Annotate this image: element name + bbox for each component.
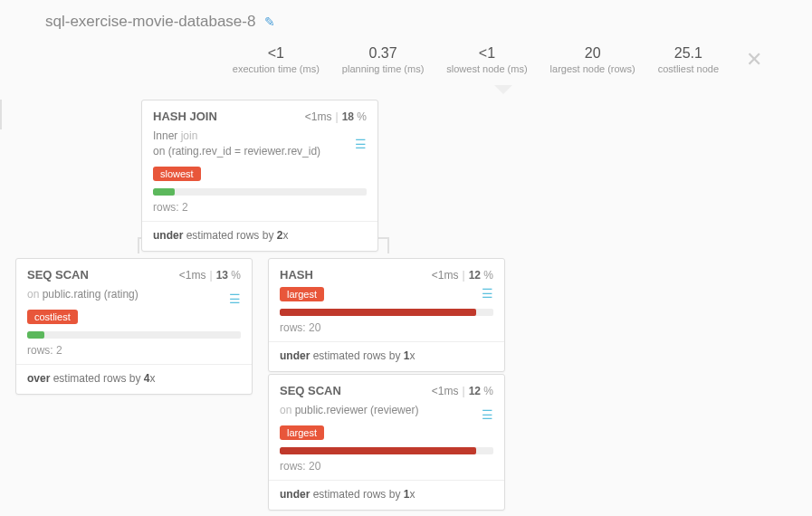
edit-icon[interactable]: ✎ bbox=[264, 14, 275, 29]
rows-count: rows: 2 bbox=[153, 201, 367, 214]
database-icon[interactable]: ☰ bbox=[355, 137, 367, 151]
node-title: SEQ SCAN bbox=[280, 384, 341, 397]
node-title: HASH JOIN bbox=[153, 110, 217, 123]
connector bbox=[0, 116, 2, 129]
database-icon[interactable]: ☰ bbox=[482, 286, 493, 301]
stat-value: 20 bbox=[550, 45, 635, 62]
tag-largest: largest bbox=[280, 287, 324, 301]
page-title: sql-exercise-movie-database-8 ✎ bbox=[45, 13, 275, 31]
node-title: SEQ SCAN bbox=[27, 268, 89, 282]
usage-bar bbox=[280, 447, 493, 454]
stat-label: execution time (ms) bbox=[233, 63, 320, 74]
tag-largest: largest bbox=[280, 425, 324, 440]
usage-bar bbox=[27, 331, 241, 339]
rows-count: rows: 20 bbox=[280, 321, 493, 334]
chevron-down-icon bbox=[494, 85, 512, 94]
stat-label: largest node (rows) bbox=[550, 63, 635, 74]
usage-bar bbox=[153, 188, 367, 196]
plan-name: sql-exercise-movie-database-8 bbox=[45, 13, 255, 31]
node-hash[interactable]: HASH <1ms|12 % ☰ largest rows: 20 under … bbox=[268, 258, 505, 372]
usage-bar-fill bbox=[27, 331, 44, 339]
estimate-info: under estimated rows by 2x bbox=[153, 229, 367, 242]
node-seq-scan-rating[interactable]: SEQ SCAN <1ms|13 % on public.rating (rat… bbox=[15, 258, 253, 395]
node-hash-join[interactable]: HASH JOIN <1ms|18 % Inner join on (ratin… bbox=[141, 100, 378, 252]
stat-value: <1 bbox=[233, 45, 320, 62]
usage-bar-fill bbox=[280, 447, 476, 454]
stat-exec-time: <1 execution time (ms) bbox=[233, 45, 320, 74]
close-icon[interactable]: ✕ bbox=[746, 48, 762, 72]
stat-value: <1 bbox=[446, 45, 527, 62]
tag-slowest: slowest bbox=[153, 167, 201, 181]
node-title: HASH bbox=[280, 268, 313, 282]
stat-largest: 20 largest node (rows) bbox=[550, 45, 635, 74]
node-detail: Inner join on (rating.rev_id = reviewer.… bbox=[153, 129, 367, 159]
node-meta: <1ms|13 % bbox=[179, 269, 241, 282]
node-meta: <1ms|18 % bbox=[305, 110, 367, 123]
node-meta: <1ms|12 % bbox=[432, 269, 493, 282]
node-detail: on public.rating (rating) bbox=[27, 287, 241, 302]
stat-label: slowest node (ms) bbox=[446, 63, 527, 74]
usage-bar-fill bbox=[280, 309, 476, 316]
stat-plan-time: 0.37 planning time (ms) bbox=[342, 45, 424, 74]
node-meta: <1ms|12 % bbox=[432, 385, 493, 397]
estimate-info: under estimated rows by 1x bbox=[280, 488, 493, 501]
stat-slowest: <1 slowest node (ms) bbox=[446, 45, 527, 74]
node-seq-scan-reviewer[interactable]: SEQ SCAN <1ms|12 % on public.reviewer (r… bbox=[268, 374, 505, 511]
stat-label: costliest node bbox=[658, 63, 719, 74]
stat-value: 25.1 bbox=[658, 45, 719, 62]
node-detail: on public.reviewer (reviewer) bbox=[280, 403, 493, 418]
connector bbox=[0, 100, 2, 116]
rows-count: rows: 2 bbox=[27, 344, 241, 357]
usage-bar bbox=[280, 309, 493, 316]
estimate-info: over estimated rows by 4x bbox=[27, 372, 241, 385]
rows-count: rows: 20 bbox=[280, 460, 493, 473]
tag-costliest: costliest bbox=[27, 310, 78, 324]
estimate-info: under estimated rows by 1x bbox=[280, 349, 493, 362]
database-icon[interactable]: ☰ bbox=[229, 291, 241, 306]
stat-value: 0.37 bbox=[342, 45, 424, 62]
usage-bar-fill bbox=[153, 188, 175, 196]
stat-costliest: 25.1 costliest node bbox=[658, 45, 719, 74]
stat-label: planning time (ms) bbox=[342, 63, 424, 74]
stats-bar: <1 execution time (ms) 0.37 planning tim… bbox=[233, 45, 762, 74]
database-icon[interactable]: ☰ bbox=[482, 407, 493, 422]
plan-canvas[interactable]: HASH JOIN <1ms|18 % Inner join on (ratin… bbox=[0, 100, 812, 516]
